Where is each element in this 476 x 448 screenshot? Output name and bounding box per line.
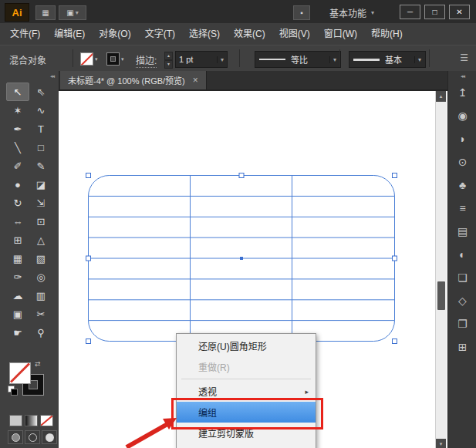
scroll-down-icon[interactable]: ▾ — [436, 439, 446, 448]
rectangle-tool[interactable]: □ — [29, 138, 52, 157]
graphic-styles-panel-icon[interactable]: ◇ — [448, 289, 476, 312]
pen-tool[interactable]: ✒ — [6, 120, 29, 138]
shape-builder-tool[interactable]: ⊞ — [6, 231, 29, 249]
pencil-tool[interactable]: ✎ — [29, 157, 52, 175]
stepper-down-icon[interactable]: ▾ — [164, 60, 173, 69]
lasso-tool[interactable]: ∿ — [29, 101, 52, 120]
gradient-panel-icon[interactable]: ▤ — [448, 220, 476, 243]
swap-fill-stroke-icon[interactable]: ⇄ — [35, 360, 41, 368]
menu-view[interactable]: 视图(V) — [272, 23, 317, 45]
stroke-panel-icon[interactable]: ≡ — [448, 197, 476, 220]
magic-wand-tool[interactable]: ✶ — [6, 101, 29, 120]
chevron-down-icon[interactable]: ▾ — [217, 56, 224, 63]
bridge-button[interactable]: ▦ — [35, 5, 56, 20]
artboards-panel-icon[interactable]: ⊞ — [448, 335, 476, 359]
fill-stroke-control: ⇄ — [9, 362, 48, 399]
layers-panel-icon[interactable]: ❐ — [448, 312, 476, 335]
selection-tool[interactable]: ↖ — [6, 83, 29, 101]
draw-inside-button[interactable] — [42, 430, 57, 444]
tools-collapse-icon[interactable]: ◂◂ — [0, 71, 59, 81]
stroke-weight-stepper[interactable]: ▴ ▾ — [164, 52, 173, 66]
menu-item-undo-rounded-rectangle[interactable]: 还原(U)圆角矩形 — [177, 335, 316, 356]
draw-normal-button[interactable] — [8, 430, 23, 444]
eraser-tool[interactable]: ◪ — [29, 175, 52, 194]
perspective-grid-tool[interactable]: △ — [29, 231, 52, 249]
menu-item-make-clipping-mask[interactable]: 建立剪切蒙版 — [177, 423, 316, 443]
blend-tool[interactable]: ◎ — [29, 268, 52, 286]
rotate-tool[interactable]: ↻ — [6, 194, 29, 212]
draw-behind-button[interactable] — [25, 430, 40, 444]
stroke-panel-link[interactable]: 描边: — [136, 53, 157, 68]
symbols-panel-icon[interactable]: ♣ — [448, 173, 476, 197]
fill-none-swatch[interactable] — [80, 52, 93, 66]
navigator-panel-icon[interactable]: ↥ — [448, 81, 476, 104]
arrange-documents-button[interactable]: ▣ ▾ — [59, 5, 86, 20]
close-button[interactable]: ✕ — [449, 5, 470, 19]
workspace-switcher[interactable]: 基本功能 ▾ — [329, 6, 374, 19]
menu-item-group[interactable]: 编组 — [177, 402, 316, 423]
menu-select[interactable]: 选择(S) — [182, 23, 227, 45]
transparency-panel-icon[interactable]: ◐ — [448, 243, 476, 266]
swatches-panel-icon[interactable]: ⊙ — [448, 150, 476, 173]
paintbrush-tool[interactable]: ✐ — [6, 157, 29, 175]
none-button[interactable] — [40, 415, 53, 426]
menu-object[interactable]: 对象(O) — [92, 23, 137, 45]
free-transform-tool[interactable]: ⊡ — [29, 212, 52, 231]
mesh-tool[interactable]: ▦ — [6, 249, 29, 268]
zoom-tool[interactable]: ⚲ — [29, 323, 52, 342]
stepper-up-icon[interactable]: ▴ — [164, 52, 173, 60]
dock-collapse-icon[interactable]: ◂◂ — [448, 71, 476, 81]
appearance-panel-icon[interactable]: ❏ — [448, 266, 476, 289]
stroke-swatch[interactable] — [106, 52, 120, 66]
width-tool[interactable]: ⇔ — [6, 212, 29, 231]
canvas[interactable]: ▴ ▾ 还原(U)圆角矩形 重做(R) 透视 ▸ 编组 建立剪切蒙版 — [59, 89, 447, 448]
fill-swatch[interactable] — [9, 362, 31, 384]
maximize-button[interactable]: □ — [424, 5, 445, 19]
color-button[interactable] — [9, 415, 22, 426]
width-profile-dropdown[interactable]: 等比 ▾ — [255, 51, 341, 68]
profile-value: 等比 — [291, 53, 308, 66]
chevron-down-icon[interactable]: ▾ — [329, 56, 336, 63]
type-tool[interactable]: T — [29, 120, 52, 138]
rectangle-tool-icon: □ — [38, 142, 44, 153]
stroke-color-control[interactable]: ▾ — [106, 52, 124, 66]
color-guide-panel-icon[interactable]: ◗ — [448, 127, 476, 150]
document-tab[interactable]: 未标题-4* @ 100% (RGB/预览) × — [60, 71, 207, 89]
menu-window[interactable]: 窗口(W) — [317, 23, 364, 45]
menu-item-perspective[interactable]: 透视 ▸ — [177, 381, 316, 402]
direct-selection-tool[interactable]: ⇖ — [29, 83, 52, 101]
scrollbar-thumb[interactable] — [437, 281, 445, 310]
hand-tool[interactable]: ☛ — [6, 323, 29, 342]
stroke-weight-field[interactable]: 1 pt ▾ — [175, 51, 228, 68]
menu-edit[interactable]: 编辑(E) — [47, 23, 92, 45]
default-fill-stroke-icon[interactable] — [8, 386, 17, 395]
fill-color-control[interactable]: ▾ — [80, 52, 98, 66]
gradient-button[interactable] — [25, 415, 38, 426]
blob-brush-tool[interactable]: ● — [6, 175, 29, 194]
menu-item-transform[interactable]: 变换 ▸ — [177, 443, 316, 448]
color-panel-icon[interactable]: ◉ — [448, 104, 476, 127]
menu-help[interactable]: 帮助(H) — [364, 23, 410, 45]
slice-tool-icon: ✂ — [37, 308, 46, 320]
line-segment-tool[interactable]: ╲ — [6, 138, 29, 157]
column-graph-tool[interactable]: ▥ — [29, 286, 52, 305]
scale-tool[interactable]: ⇲ — [29, 194, 52, 212]
vertical-scrollbar[interactable]: ▴ ▾ — [435, 91, 447, 448]
artboard-tool[interactable]: ▣ — [6, 305, 29, 323]
menu-item-redo[interactable]: 重做(R) — [177, 356, 316, 377]
chevron-down-icon[interactable]: ▾ — [414, 56, 421, 63]
menu-type[interactable]: 文字(T) — [138, 23, 182, 45]
gradient-tool[interactable]: ▧ — [29, 249, 52, 268]
menu-effect[interactable]: 效果(C) — [227, 23, 272, 45]
control-panel-menu-icon[interactable]: ☰ — [460, 52, 468, 63]
menu-file[interactable]: 文件(F) — [3, 23, 47, 45]
slice-tool[interactable]: ✂ — [29, 305, 52, 323]
menubar: 文件(F) 编辑(E) 对象(O) 文字(T) 选择(S) 效果(C) 视图(V… — [0, 23, 476, 45]
scroll-up-icon[interactable]: ▴ — [436, 91, 446, 102]
minimize-button[interactable]: ─ — [400, 5, 420, 19]
symbol-sprayer-tool[interactable]: ☁ — [6, 286, 29, 305]
eyedropper-tool[interactable]: ✑ — [6, 268, 29, 286]
brush-definition-dropdown[interactable]: 基本 ▾ — [349, 51, 426, 68]
tab-close-icon[interactable]: × — [193, 75, 198, 86]
app-bar-button[interactable]: ▪ — [293, 5, 310, 20]
